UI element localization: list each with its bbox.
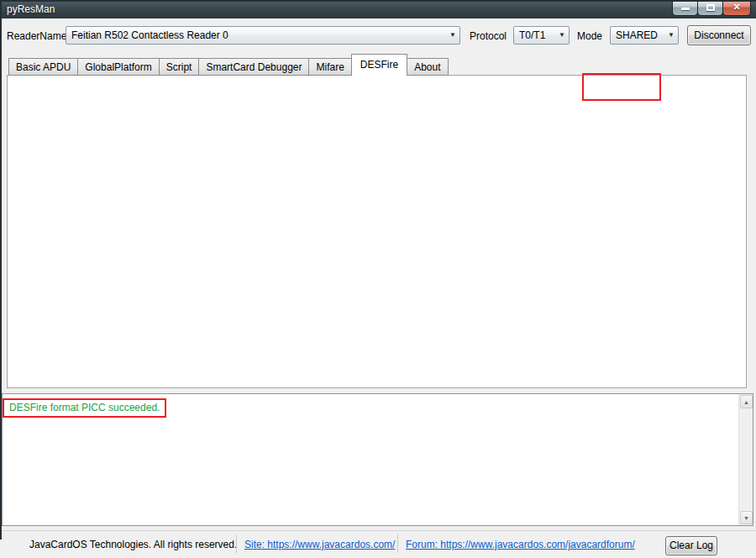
- log-message: DESFire format PICC succeeded.: [3, 398, 166, 418]
- close-button[interactable]: ✕: [722, 0, 751, 16]
- status-bar: JavaCardOS Technologies. All rights rese…: [0, 530, 756, 556]
- disconnect-button[interactable]: Disconnect: [687, 25, 751, 45]
- tab-script[interactable]: Script: [159, 58, 200, 76]
- maximize-button[interactable]: [697, 0, 723, 16]
- log-output[interactable]: DESFire format PICC succeeded. ▲ ▼: [2, 393, 753, 526]
- minimize-icon: [681, 8, 690, 10]
- clear-log-button[interactable]: Clear Log: [665, 536, 717, 555]
- chevron-down-icon: ▼: [668, 27, 675, 44]
- chevron-down-icon: ▼: [559, 27, 565, 44]
- copyright-text: JavaCardOS Technologies. All rights rese…: [29, 539, 237, 550]
- reader-select[interactable]: Feitian R502 Contactless Reader 0 ▼: [66, 26, 460, 45]
- minimize-button[interactable]: [672, 0, 698, 16]
- tab-about[interactable]: About: [407, 58, 448, 76]
- forum-link[interactable]: Forum: https://www.javacardos.com/javaca…: [406, 539, 635, 550]
- scroll-up-icon[interactable]: ▲: [740, 395, 753, 408]
- protocol-select[interactable]: T0/T1 ▼: [513, 26, 570, 45]
- app-window: pyResMan ✕ ReaderName Feitian R502 Conta…: [0, 0, 756, 558]
- tab-basic-apdu[interactable]: Basic APDU: [8, 58, 78, 76]
- tab-mifare[interactable]: Mifare: [308, 58, 351, 76]
- separator: [8, 174, 745, 175]
- window-border-bottom: [0, 0, 756, 2]
- log-scrollbar[interactable]: ▲ ▼: [738, 394, 753, 525]
- reader-name-label: ReaderName: [7, 30, 66, 42]
- window-title: pyResMan: [7, 3, 55, 15]
- close-icon: ✕: [723, 2, 750, 13]
- chevron-down-icon: ▼: [449, 27, 456, 44]
- protocol-label: Protocol: [470, 30, 507, 42]
- tab-bar: Basic APDU GlobalPlatform Script SmartCa…: [8, 54, 449, 76]
- title-bar: pyResMan: [0, 0, 756, 18]
- statusbar-divider: [236, 534, 237, 553]
- separator: [8, 110, 745, 111]
- scroll-down-icon[interactable]: ▼: [740, 511, 753, 524]
- desfire-tab-panel: [7, 75, 747, 388]
- window-controls: ✕: [673, 0, 751, 16]
- maximize-icon: [706, 4, 715, 11]
- statusbar-divider: [397, 534, 398, 553]
- site-link[interactable]: Site: https://www.javacardos.com/: [244, 539, 395, 550]
- window-border-right: [0, 0, 2, 540]
- mode-label: Mode: [577, 30, 602, 42]
- mode-select-value: SHARED: [616, 29, 658, 41]
- tab-globalplatform[interactable]: GlobalPlatform: [77, 58, 159, 76]
- protocol-select-value: T0/T1: [519, 29, 545, 41]
- reader-select-value: Feitian R502 Contactless Reader 0: [71, 29, 228, 41]
- tab-smartcard-debugger[interactable]: SmartCard Debugger: [198, 58, 309, 76]
- tab-desfire[interactable]: DESFire: [351, 54, 407, 76]
- mode-select[interactable]: SHARED ▼: [610, 26, 679, 45]
